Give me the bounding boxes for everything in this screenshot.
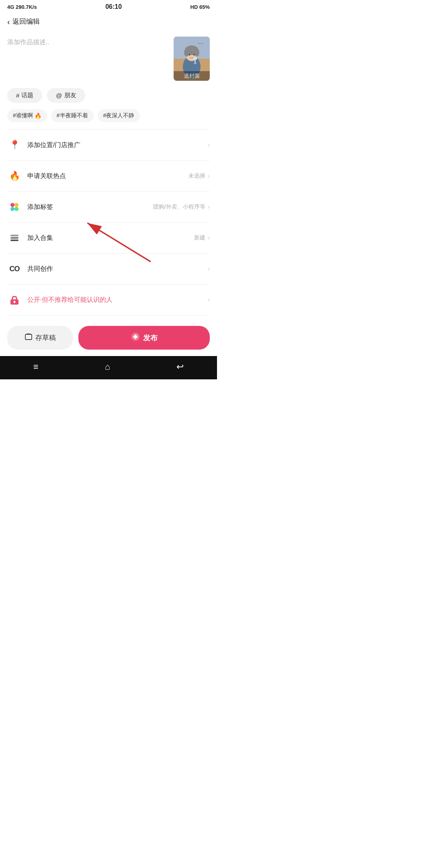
- hotspot-icon: 🔥: [7, 169, 22, 183]
- tags-value: 团购/外卖、小程序等: [153, 203, 205, 211]
- location-menu-item[interactable]: 📍 添加位置/门店推广 ›: [7, 130, 210, 161]
- privacy-arrow: ›: [208, 296, 210, 303]
- svg-rect-18: [10, 237, 18, 239]
- svg-point-7: [194, 49, 199, 57]
- tags-icon: [7, 200, 22, 214]
- tag-buttons-row: # 话题 @ 朋友: [7, 88, 210, 103]
- thumbnail-label[interactable]: 选封面: [174, 71, 210, 81]
- co-create-arrow: ›: [208, 265, 210, 272]
- bottom-bar: 存草稿 发布: [0, 319, 217, 356]
- co-create-label: 共同创作: [27, 265, 208, 273]
- co-create-menu-item[interactable]: CO 共同创作 ›: [7, 254, 210, 285]
- signal-text: 4G 290.7K/s: [7, 4, 37, 10]
- svg-rect-24: [27, 334, 31, 335]
- main-content: 添加作品描述.. 〜〜: [0, 30, 217, 315]
- privacy-menu-item[interactable]: 公开·但不推荐给可能认识的人 ›: [7, 285, 210, 315]
- hashtag-chip-1[interactable]: #半夜睡不着: [51, 109, 94, 122]
- co-create-icon: CO: [7, 262, 22, 276]
- publish-label: 发布: [143, 333, 158, 343]
- collection-menu-item[interactable]: 加入合集 新建 ›: [7, 223, 210, 254]
- svg-text:〜〜: 〜〜: [198, 42, 203, 45]
- menu-list: 📍 添加位置/门店推广 › 🔥 申请关联热点 未选择 ›: [7, 130, 210, 315]
- svg-point-15: [10, 207, 14, 211]
- status-icons: HD 65%: [190, 4, 210, 10]
- status-time: 06:10: [105, 3, 122, 10]
- privacy-label: 公开·但不推荐给可能认识的人: [27, 296, 208, 304]
- hashtag-suggestions: #谁懂啊 🔥 #半夜睡不着 #夜深人不静: [7, 109, 210, 122]
- location-icon: 📍: [7, 138, 22, 152]
- svg-rect-19: [10, 235, 18, 236]
- hashtag-text-2: #夜深人不静: [103, 112, 135, 119]
- hashtag-chip-0[interactable]: #谁懂啊 🔥: [7, 109, 47, 122]
- hotspot-menu-item[interactable]: 🔥 申请关联热点 未选择 ›: [7, 161, 210, 192]
- draft-label: 存草稿: [35, 333, 56, 342]
- friend-button[interactable]: @ 朋友: [47, 88, 85, 103]
- topic-label: 话题: [21, 92, 33, 99]
- draft-button[interactable]: 存草稿: [7, 326, 73, 350]
- draft-icon: [25, 333, 33, 343]
- back-label: 返回编辑: [12, 17, 40, 26]
- svg-point-16: [14, 207, 18, 211]
- publish-icon: [131, 332, 140, 343]
- svg-point-13: [10, 203, 14, 207]
- nav-bar: ≡ ⌂ ↩: [0, 356, 217, 379]
- description-row: 添加作品描述.. 〜〜: [7, 37, 210, 81]
- status-left: 4G 290.7K/s: [7, 4, 37, 10]
- tags-menu-item[interactable]: 添加标签 团购/外卖、小程序等 ›: [7, 192, 210, 223]
- status-bar: 4G 290.7K/s 06:10 HD 65%: [0, 0, 217, 12]
- hashtag-text-1: #半夜睡不着: [57, 112, 88, 119]
- status-right: HD 65%: [190, 4, 210, 10]
- svg-rect-17: [10, 240, 18, 241]
- location-arrow: ›: [208, 141, 210, 149]
- nav-menu-icon[interactable]: ≡: [33, 362, 39, 372]
- topic-button[interactable]: # 话题: [7, 88, 42, 103]
- svg-point-14: [14, 203, 18, 207]
- hashtag-chip-2[interactable]: #夜深人不静: [98, 109, 140, 122]
- thumbnail-wrapper[interactable]: 〜〜: [174, 37, 210, 81]
- svg-point-6: [184, 49, 189, 57]
- collection-label: 加入合集: [27, 234, 194, 242]
- svg-rect-22: [14, 302, 15, 303]
- nav-home-icon[interactable]: ⌂: [105, 362, 110, 372]
- privacy-icon: [7, 293, 22, 307]
- location-label: 添加位置/门店推广: [27, 141, 208, 149]
- collection-arrow: ›: [208, 234, 210, 242]
- tags-arrow: ›: [208, 203, 210, 211]
- back-button[interactable]: ‹ 返回编辑: [7, 17, 40, 26]
- svg-rect-23: [25, 334, 32, 340]
- svg-point-8: [188, 54, 190, 56]
- collection-icon: [7, 231, 22, 245]
- back-arrow-icon: ‹: [7, 18, 10, 26]
- svg-point-11: [193, 57, 197, 60]
- svg-point-12: [194, 63, 197, 64]
- hashtag-text-0: #谁懂啊: [13, 112, 33, 119]
- hotspot-arrow: ›: [208, 172, 210, 180]
- hotspot-label: 申请关联热点: [27, 172, 188, 180]
- friend-icon: @: [56, 92, 62, 99]
- hotspot-value: 未选择: [188, 172, 205, 180]
- co-text-icon: CO: [10, 265, 20, 273]
- description-placeholder[interactable]: 添加作品描述..: [7, 37, 169, 47]
- nav-back-icon[interactable]: ↩: [176, 362, 184, 372]
- friend-label: 朋友: [64, 92, 76, 99]
- tags-label: 添加标签: [27, 203, 153, 211]
- collection-value: 新建: [194, 234, 205, 242]
- hashtag-fire-0: 🔥: [35, 113, 41, 119]
- svg-point-9: [193, 54, 195, 56]
- publish-button[interactable]: 发布: [78, 326, 210, 350]
- header: ‹ 返回编辑: [0, 12, 217, 30]
- topic-icon: #: [16, 92, 19, 99]
